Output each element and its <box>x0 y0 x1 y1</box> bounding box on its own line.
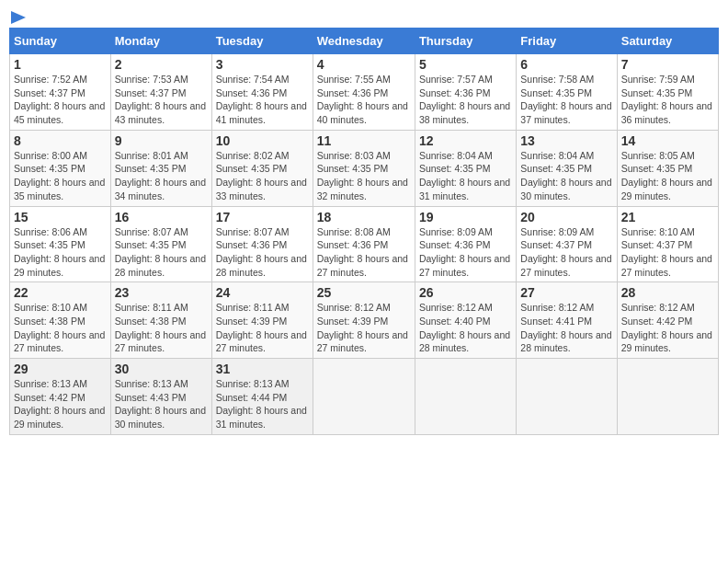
day-detail: Sunrise: 8:12 AMSunset: 4:40 PMDaylight:… <box>419 302 510 353</box>
day-detail: Sunrise: 8:09 AMSunset: 4:36 PMDaylight:… <box>419 226 510 278</box>
day-header-sunday: Sunday <box>10 29 111 54</box>
day-detail: Sunrise: 7:58 AMSunset: 4:35 PMDaylight:… <box>520 74 611 125</box>
calendar-cell: 8 Sunrise: 8:00 AMSunset: 4:35 PMDayligh… <box>10 130 111 206</box>
week-row-1: 1 Sunrise: 7:52 AMSunset: 4:37 PMDayligh… <box>10 54 719 131</box>
calendar-cell: 11 Sunrise: 8:03 AMSunset: 4:35 PMDaylig… <box>313 130 415 206</box>
day-number: 3 <box>216 57 309 72</box>
calendar-header: SundayMondayTuesdayWednesdayThursdayFrid… <box>10 29 719 54</box>
day-detail: Sunrise: 8:11 AMSunset: 4:38 PMDaylight:… <box>115 302 206 353</box>
calendar-cell: 29 Sunrise: 8:13 AMSunset: 4:42 PMDaylig… <box>10 359 111 435</box>
day-number: 25 <box>317 285 411 300</box>
day-detail: Sunrise: 7:59 AMSunset: 4:35 PMDaylight:… <box>621 74 712 125</box>
day-detail: Sunrise: 8:04 AMSunset: 4:35 PMDaylight:… <box>419 150 510 201</box>
day-detail: Sunrise: 8:02 AMSunset: 4:35 PMDaylight:… <box>216 150 307 201</box>
day-number: 5 <box>419 57 512 72</box>
day-detail: Sunrise: 8:09 AMSunset: 4:37 PMDaylight:… <box>520 226 611 278</box>
day-number: 26 <box>419 285 512 300</box>
day-detail: Sunrise: 7:55 AMSunset: 4:36 PMDaylight:… <box>317 74 408 125</box>
calendar-cell <box>415 359 516 435</box>
day-detail: Sunrise: 7:52 AMSunset: 4:37 PMDaylight:… <box>14 74 105 125</box>
day-header-saturday: Saturday <box>617 29 718 54</box>
calendar-cell: 4 Sunrise: 7:55 AMSunset: 4:36 PMDayligh… <box>313 54 415 131</box>
day-number: 7 <box>621 57 714 72</box>
day-number: 13 <box>520 133 612 148</box>
day-detail: Sunrise: 7:54 AMSunset: 4:36 PMDaylight:… <box>216 74 307 125</box>
calendar-cell: 24 Sunrise: 8:11 AMSunset: 4:39 PMDaylig… <box>211 282 313 359</box>
calendar-cell: 3 Sunrise: 7:54 AMSunset: 4:36 PMDayligh… <box>211 54 313 131</box>
day-number: 10 <box>216 133 309 148</box>
day-detail: Sunrise: 8:00 AMSunset: 4:35 PMDaylight:… <box>14 150 105 201</box>
day-number: 16 <box>115 210 208 224</box>
day-number: 29 <box>14 362 107 376</box>
calendar-table: SundayMondayTuesdayWednesdayThursdayFrid… <box>9 28 719 435</box>
logo-triangle-icon <box>11 11 26 24</box>
day-detail: Sunrise: 7:57 AMSunset: 4:36 PMDaylight:… <box>419 74 510 125</box>
day-detail: Sunrise: 8:10 AMSunset: 4:37 PMDaylight:… <box>621 226 712 278</box>
day-detail: Sunrise: 8:10 AMSunset: 4:38 PMDaylight:… <box>14 302 105 353</box>
day-number: 2 <box>115 57 208 72</box>
calendar-cell: 10 Sunrise: 8:02 AMSunset: 4:35 PMDaylig… <box>211 130 313 206</box>
calendar-cell: 14 Sunrise: 8:05 AMSunset: 4:35 PMDaylig… <box>617 130 718 206</box>
day-number: 23 <box>115 285 208 300</box>
calendar-cell: 6 Sunrise: 7:58 AMSunset: 4:35 PMDayligh… <box>517 54 617 131</box>
day-number: 20 <box>520 210 612 224</box>
svg-marker-0 <box>11 11 26 24</box>
day-number: 27 <box>520 285 612 300</box>
header <box>9 9 719 24</box>
day-number: 30 <box>115 362 208 376</box>
week-row-3: 15 Sunrise: 8:06 AMSunset: 4:35 PMDaylig… <box>10 206 719 282</box>
day-detail: Sunrise: 8:12 AMSunset: 4:39 PMDaylight:… <box>317 302 408 353</box>
calendar-cell: 15 Sunrise: 8:06 AMSunset: 4:35 PMDaylig… <box>10 206 111 282</box>
day-detail: Sunrise: 8:07 AMSunset: 4:35 PMDaylight:… <box>115 226 206 278</box>
day-detail: Sunrise: 8:03 AMSunset: 4:35 PMDaylight:… <box>317 150 408 201</box>
calendar-cell: 22 Sunrise: 8:10 AMSunset: 4:38 PMDaylig… <box>10 282 111 359</box>
day-detail: Sunrise: 8:07 AMSunset: 4:36 PMDaylight:… <box>216 226 307 278</box>
day-header-friday: Friday <box>517 29 617 54</box>
day-detail: Sunrise: 8:13 AMSunset: 4:43 PMDaylight:… <box>115 378 206 430</box>
calendar-cell: 23 Sunrise: 8:11 AMSunset: 4:38 PMDaylig… <box>110 282 211 359</box>
calendar-cell: 5 Sunrise: 7:57 AMSunset: 4:36 PMDayligh… <box>415 54 516 131</box>
calendar-cell: 17 Sunrise: 8:07 AMSunset: 4:36 PMDaylig… <box>211 206 313 282</box>
day-number: 12 <box>419 133 512 148</box>
day-number: 8 <box>14 133 107 148</box>
day-detail: Sunrise: 8:05 AMSunset: 4:35 PMDaylight:… <box>621 150 712 201</box>
day-number: 18 <box>317 210 411 224</box>
day-number: 21 <box>621 210 714 224</box>
day-detail: Sunrise: 8:06 AMSunset: 4:35 PMDaylight:… <box>14 226 105 278</box>
day-number: 6 <box>520 57 612 72</box>
day-header-thursday: Thursday <box>415 29 516 54</box>
calendar-cell: 30 Sunrise: 8:13 AMSunset: 4:43 PMDaylig… <box>110 359 211 435</box>
day-detail: Sunrise: 8:13 AMSunset: 4:44 PMDaylight:… <box>216 378 307 430</box>
calendar-cell <box>617 359 718 435</box>
calendar-cell: 9 Sunrise: 8:01 AMSunset: 4:35 PMDayligh… <box>110 130 211 206</box>
day-detail: Sunrise: 8:08 AMSunset: 4:36 PMDaylight:… <box>317 226 408 278</box>
calendar-cell: 25 Sunrise: 8:12 AMSunset: 4:39 PMDaylig… <box>313 282 415 359</box>
calendar-cell <box>517 359 617 435</box>
calendar-cell: 31 Sunrise: 8:13 AMSunset: 4:44 PMDaylig… <box>211 359 313 435</box>
calendar-cell: 2 Sunrise: 7:53 AMSunset: 4:37 PMDayligh… <box>110 54 211 131</box>
calendar-cell: 26 Sunrise: 8:12 AMSunset: 4:40 PMDaylig… <box>415 282 516 359</box>
day-number: 4 <box>317 57 411 72</box>
day-number: 24 <box>216 285 309 300</box>
calendar-cell: 20 Sunrise: 8:09 AMSunset: 4:37 PMDaylig… <box>517 206 617 282</box>
calendar-cell: 27 Sunrise: 8:12 AMSunset: 4:41 PMDaylig… <box>517 282 617 359</box>
day-detail: Sunrise: 8:13 AMSunset: 4:42 PMDaylight:… <box>14 378 105 430</box>
day-detail: Sunrise: 8:12 AMSunset: 4:41 PMDaylight:… <box>520 302 611 353</box>
day-number: 14 <box>621 133 714 148</box>
day-number: 17 <box>216 210 309 224</box>
day-detail: Sunrise: 8:12 AMSunset: 4:42 PMDaylight:… <box>621 302 712 353</box>
day-header-wednesday: Wednesday <box>313 29 415 54</box>
week-row-4: 22 Sunrise: 8:10 AMSunset: 4:38 PMDaylig… <box>10 282 719 359</box>
calendar-cell: 19 Sunrise: 8:09 AMSunset: 4:36 PMDaylig… <box>415 206 516 282</box>
calendar-cell: 18 Sunrise: 8:08 AMSunset: 4:36 PMDaylig… <box>313 206 415 282</box>
calendar-cell: 1 Sunrise: 7:52 AMSunset: 4:37 PMDayligh… <box>10 54 111 131</box>
day-number: 1 <box>14 57 107 72</box>
day-number: 19 <box>419 210 512 224</box>
day-number: 11 <box>317 133 411 148</box>
day-detail: Sunrise: 7:53 AMSunset: 4:37 PMDaylight:… <box>115 74 206 125</box>
day-number: 15 <box>14 210 107 224</box>
day-detail: Sunrise: 8:04 AMSunset: 4:35 PMDaylight:… <box>520 150 611 201</box>
calendar-cell: 7 Sunrise: 7:59 AMSunset: 4:35 PMDayligh… <box>617 54 718 131</box>
calendar-cell: 21 Sunrise: 8:10 AMSunset: 4:37 PMDaylig… <box>617 206 718 282</box>
logo <box>9 13 26 24</box>
